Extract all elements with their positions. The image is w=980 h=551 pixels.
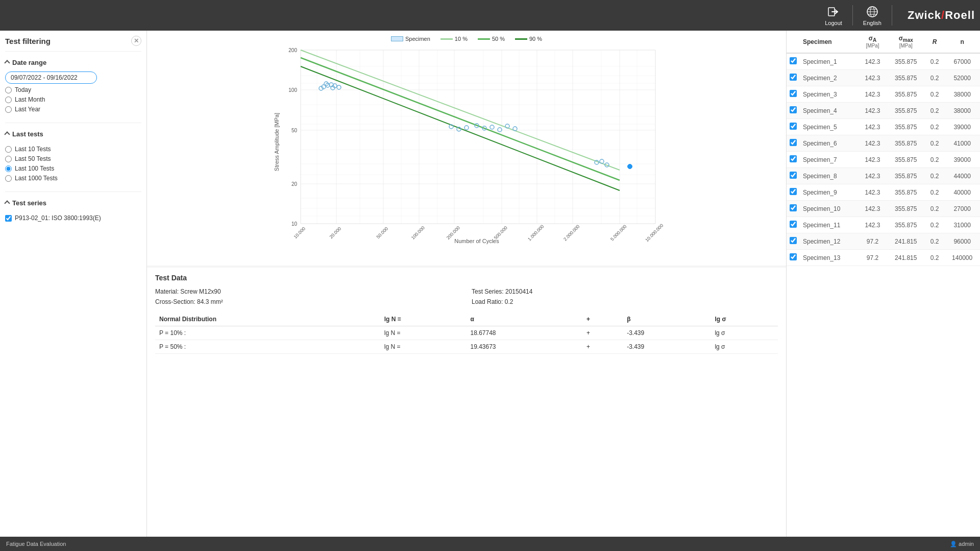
radio-last-year-input[interactable] bbox=[5, 106, 12, 113]
radio-today: Today bbox=[5, 86, 141, 93]
legend-10: 10 % bbox=[440, 36, 468, 42]
table-row: Specimen_5 142.3 355.875 0.2 39000 bbox=[787, 119, 980, 135]
table-row: Specimen_6 142.3 355.875 0.2 41000 bbox=[787, 135, 980, 152]
radio-last-month-input[interactable] bbox=[5, 97, 12, 103]
specimen-name-2: Specimen_3 bbox=[800, 86, 858, 103]
user-info: 👤 admin bbox=[950, 541, 974, 547]
radio-last100: Last 100 Tests bbox=[5, 165, 141, 172]
specimen-checkbox-3[interactable] bbox=[790, 106, 797, 113]
col-beta: β bbox=[623, 313, 710, 326]
svg-text:5.000.000: 5.000.000 bbox=[609, 224, 627, 242]
specimen-cb-cell bbox=[787, 53, 800, 70]
table-row: Specimen_11 142.3 355.875 0.2 31000 bbox=[787, 217, 980, 233]
specimen-r-8: 0.2 bbox=[925, 184, 944, 201]
specimen-checkbox-10[interactable] bbox=[790, 221, 797, 228]
last-tests-section[interactable]: Last tests bbox=[5, 126, 141, 141]
specimen-n-5: 41000 bbox=[944, 135, 980, 152]
specimen-sigma-max-8: 355.875 bbox=[887, 184, 925, 201]
specimen-r-0: 0.2 bbox=[925, 53, 944, 70]
data-panel: Test Data Material: Screw M12x90 Test Se… bbox=[147, 268, 786, 537]
specimen-checkbox-8[interactable] bbox=[790, 188, 797, 195]
p50-lgsigma: lg σ bbox=[710, 340, 778, 354]
table-row: Specimen_4 142.3 355.875 0.2 38000 bbox=[787, 103, 980, 119]
specimen-n-10: 31000 bbox=[944, 217, 980, 233]
specimen-sigma-max-9: 355.875 bbox=[887, 201, 925, 217]
specimen-sigma-max-12: 241.815 bbox=[887, 250, 925, 266]
specimen-sigma-max-7: 355.875 bbox=[887, 168, 925, 184]
test-series-section[interactable]: Test series bbox=[5, 195, 141, 210]
normal-dist-table: Normal Distribution lg N = α + β lg σ P … bbox=[155, 313, 778, 354]
specimen-n-0: 67000 bbox=[944, 53, 980, 70]
specimen-sigma-a-11: 97.2 bbox=[858, 233, 887, 250]
specimen-checkbox-9[interactable] bbox=[790, 204, 797, 211]
legend-50-line bbox=[478, 38, 490, 40]
radio-last100-input[interactable] bbox=[5, 165, 12, 172]
specimen-n-2: 38000 bbox=[944, 86, 980, 103]
specimen-n-7: 44000 bbox=[944, 168, 980, 184]
specimen-checkbox-0[interactable] bbox=[790, 57, 797, 64]
specimen-sigma-a-6: 142.3 bbox=[858, 152, 887, 168]
table-row: Specimen_10 142.3 355.875 0.2 27000 bbox=[787, 201, 980, 217]
specimen-checkbox-1[interactable] bbox=[790, 74, 797, 81]
radio-last10-input[interactable] bbox=[5, 146, 12, 153]
specimen-sigma-a-1: 142.3 bbox=[858, 70, 887, 86]
specimen-checkbox-7[interactable] bbox=[790, 172, 797, 179]
specimen-n-6: 39000 bbox=[944, 152, 980, 168]
username: admin bbox=[959, 541, 974, 547]
date-range-section[interactable]: Date range bbox=[5, 55, 141, 69]
p10-plus: + bbox=[582, 326, 623, 340]
col-alpha: α bbox=[466, 313, 582, 326]
table-row: Specimen_13 97.2 241.815 0.2 140000 bbox=[787, 250, 980, 266]
specimen-checkbox-4[interactable] bbox=[790, 123, 797, 130]
date-range-content: Today Last Month Last Year bbox=[5, 69, 141, 119]
specimen-cb-cell bbox=[787, 184, 800, 201]
table-row: Specimen_7 142.3 355.875 0.2 39000 bbox=[787, 152, 980, 168]
specimen-n-11: 96000 bbox=[944, 233, 980, 250]
chart-legend: Specimen 10 % 50 % 90 % bbox=[152, 36, 781, 42]
language-label: English bbox=[863, 20, 881, 26]
logout-button[interactable]: Logout bbox=[825, 5, 842, 26]
specimen-sigma-max-5: 355.875 bbox=[887, 135, 925, 152]
close-button[interactable]: ✕ bbox=[131, 36, 141, 46]
language-button[interactable]: English bbox=[863, 5, 881, 26]
row-p10: P = 10% : lg N = 18.67748 + -3.439 lg σ bbox=[155, 326, 778, 340]
legend-10-line bbox=[440, 38, 453, 40]
svg-text:200: 200 bbox=[288, 47, 297, 53]
specimen-checkbox-6[interactable] bbox=[790, 155, 797, 162]
specimen-checkbox-12[interactable] bbox=[790, 253, 797, 260]
legend-specimen-box bbox=[391, 36, 403, 41]
specimen-r-2: 0.2 bbox=[925, 86, 944, 103]
specimen-checkbox-11[interactable] bbox=[790, 237, 797, 244]
specimen-sigma-a-4: 142.3 bbox=[858, 119, 887, 135]
test-series-checkbox[interactable] bbox=[5, 215, 12, 222]
svg-text:20.000: 20.000 bbox=[329, 226, 342, 240]
specimen-sigma-max-2: 355.875 bbox=[887, 86, 925, 103]
specimen-sigma-a-7: 142.3 bbox=[858, 168, 887, 184]
svg-text:Number of Cycles: Number of Cycles bbox=[454, 238, 499, 244]
right-panel: Specimen σA [MPa] σmax [MPa] R n bbox=[786, 31, 980, 537]
specimen-r-1: 0.2 bbox=[925, 70, 944, 86]
col-plus: + bbox=[582, 313, 623, 326]
specimen-r-4: 0.2 bbox=[925, 119, 944, 135]
p10-beta: -3.439 bbox=[623, 326, 710, 340]
specimen-cb-cell bbox=[787, 152, 800, 168]
table-row: Specimen_3 142.3 355.875 0.2 38000 bbox=[787, 86, 980, 103]
row-p50: P = 50% : lg N = 19.43673 + -3.439 lg σ bbox=[155, 340, 778, 354]
p50-beta: -3.439 bbox=[623, 340, 710, 354]
logo: Zwick/Roell bbox=[902, 9, 975, 22]
specimen-table: Specimen σA [MPa] σmax [MPa] R n bbox=[787, 31, 980, 266]
col-checkbox-header bbox=[787, 31, 800, 53]
date-range-input[interactable] bbox=[5, 71, 97, 84]
radio-last50-input[interactable] bbox=[5, 156, 12, 162]
specimen-name-11: Specimen_12 bbox=[800, 233, 858, 250]
specimen-r-3: 0.2 bbox=[925, 103, 944, 119]
p10-lgsigma: lg σ bbox=[710, 326, 778, 340]
specimen-sigma-a-0: 142.3 bbox=[858, 53, 887, 70]
radio-last1000-input[interactable] bbox=[5, 175, 12, 182]
specimen-checkbox-5[interactable] bbox=[790, 139, 797, 146]
specimen-checkbox-2[interactable] bbox=[790, 90, 797, 97]
radio-last10: Last 10 Tests bbox=[5, 146, 141, 153]
specimen-cb-cell bbox=[787, 233, 800, 250]
radio-today-input[interactable] bbox=[5, 87, 12, 93]
table-row: Specimen_9 142.3 355.875 0.2 40000 bbox=[787, 184, 980, 201]
